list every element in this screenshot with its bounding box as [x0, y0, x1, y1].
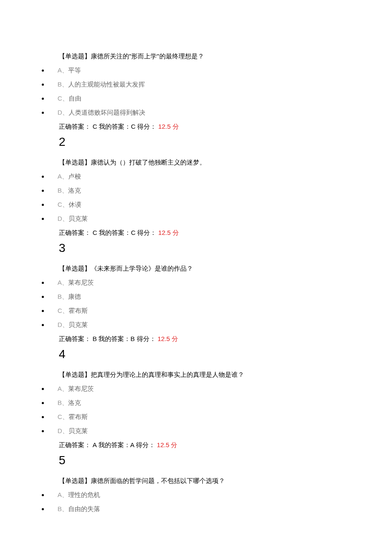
question-type-label: 【单选题】 — [59, 159, 91, 166]
question-text: 【单选题】康德认为（）打破了他独断主义的迷梦。 — [59, 157, 354, 168]
my-value: A — [130, 441, 136, 448]
option-text: 霍布斯 — [69, 413, 88, 421]
score-label: 得分： — [136, 441, 155, 448]
option-item: B、洛克 — [38, 187, 354, 195]
option-letter: B、 — [58, 505, 68, 513]
option-item: A、莱布尼茨 — [38, 279, 354, 287]
correct-label: 正确答案： — [59, 335, 91, 342]
score-unit: 分 — [173, 123, 179, 130]
option-item: D、贝克莱 — [38, 321, 354, 329]
option-letter: C、 — [58, 95, 69, 103]
score-unit: 分 — [171, 441, 177, 448]
correct-value: A — [91, 441, 98, 448]
score-value: 12.5 — [156, 229, 173, 236]
option-letter: A、 — [58, 279, 68, 287]
bullet-icon — [42, 494, 44, 496]
option-letter: B、 — [58, 293, 68, 301]
option-item: C、休谟 — [38, 201, 354, 209]
option-item: C、霍布斯 — [38, 307, 354, 315]
question-prompt: 康德所面临的哲学问题，不包括以下哪个选项？ — [91, 477, 225, 484]
bullet-icon — [42, 84, 44, 86]
option-text: 平等 — [68, 66, 81, 75]
option-letter: C、 — [58, 307, 69, 315]
bullet-icon — [42, 388, 44, 390]
option-item: B、洛克 — [38, 399, 354, 407]
score-value: 12.5 — [156, 123, 173, 130]
score-value: 12.5 — [155, 441, 171, 448]
correct-value: B — [91, 335, 98, 342]
option-item: C、自由 — [38, 95, 354, 103]
bullet-icon — [42, 112, 44, 114]
option-letter: B、 — [58, 399, 68, 407]
option-text: 洛克 — [68, 399, 81, 407]
correct-value: C — [91, 123, 99, 130]
answer-line: 正确答案： A 我的答案：A 得分： 12.5 分 — [59, 441, 354, 449]
option-text: 洛克 — [68, 187, 81, 195]
option-letter: A、 — [58, 385, 68, 393]
my-value: C — [131, 229, 137, 236]
question-text: 【单选题】康德所面临的哲学问题，不包括以下哪个选项？ — [59, 476, 354, 486]
correct-label: 正确答案： — [59, 441, 91, 448]
question-text: 【单选题】《未来形而上学导论》是谁的作品？ — [59, 263, 354, 274]
my-label: 我的答案： — [98, 441, 130, 448]
bullet-icon — [42, 430, 44, 432]
my-value: C — [131, 123, 137, 130]
bullet-icon — [42, 324, 44, 326]
bullet-icon — [42, 204, 44, 206]
bullet-icon — [42, 296, 44, 298]
option-text: 自由 — [69, 95, 81, 103]
question-number: 5 — [59, 454, 354, 467]
option-letter: B、 — [58, 81, 68, 89]
option-letter: A、 — [58, 491, 68, 499]
option-letter: C、 — [58, 201, 69, 209]
option-letter: D、 — [58, 427, 69, 435]
bullet-icon — [42, 402, 44, 404]
bullet-icon — [42, 190, 44, 192]
option-text: 休谟 — [69, 201, 81, 209]
bullet-icon — [42, 98, 44, 100]
option-letter: D、 — [58, 321, 69, 329]
bullet-icon — [42, 69, 44, 72]
score-label: 得分： — [137, 229, 156, 236]
option-text: 莱布尼茨 — [68, 279, 94, 287]
option-text: 贝克莱 — [69, 215, 88, 223]
question-text: 【单选题】康德所关注的"形而上学"的最终理想是？ — [59, 51, 354, 61]
quiz-document: 【单选题】康德所关注的"形而上学"的最终理想是？A、平等B、人的主观能动性被最大… — [38, 51, 354, 513]
option-item: D、贝克莱 — [38, 215, 354, 223]
question-prompt: 康德所关注的"形而上学"的最终理想是？ — [91, 52, 204, 60]
bullet-icon — [42, 282, 44, 284]
options-list: A、莱布尼茨B、康德C、霍布斯D、贝克莱 — [38, 279, 354, 329]
option-letter: A、 — [58, 66, 68, 75]
score-unit: 分 — [173, 229, 179, 236]
question-number: 2 — [59, 135, 354, 149]
answer-line: 正确答案： C 我的答案：C 得分： 12.5 分 — [59, 123, 354, 131]
option-item: A、卢梭 — [38, 173, 354, 181]
option-text: 莱布尼茨 — [68, 385, 94, 393]
question-prompt: 《未来形而上学导论》是谁的作品？ — [91, 265, 193, 272]
option-item: A、理性的危机 — [38, 491, 354, 499]
my-value: B — [130, 335, 136, 342]
option-text: 贝克莱 — [69, 321, 88, 329]
option-item: B、自由的失落 — [38, 505, 354, 513]
question-number: 3 — [59, 241, 354, 255]
score-value: 12.5 — [156, 335, 172, 342]
my-label: 我的答案： — [99, 229, 131, 236]
option-text: 卢梭 — [68, 173, 81, 181]
option-letter: A、 — [58, 173, 68, 181]
option-item: C、霍布斯 — [38, 413, 354, 421]
option-text: 人类道德败坏问题得到解决 — [69, 109, 145, 117]
option-text: 理性的危机 — [68, 491, 100, 499]
bullet-icon — [42, 176, 44, 178]
my-label: 我的答案： — [99, 123, 131, 130]
bullet-icon — [42, 416, 44, 418]
correct-value: C — [91, 229, 99, 236]
options-list: A、理性的危机B、自由的失落 — [38, 491, 354, 513]
option-text: 自由的失落 — [68, 505, 100, 513]
question-type-label: 【单选题】 — [59, 371, 91, 378]
option-letter: D、 — [58, 215, 69, 223]
question-type-label: 【单选题】 — [59, 265, 91, 272]
score-label: 得分： — [137, 335, 156, 342]
option-text: 霍布斯 — [69, 307, 88, 315]
answer-line: 正确答案： C 我的答案：C 得分： 12.5 分 — [59, 229, 354, 237]
options-list: A、平等B、人的主观能动性被最大发挥C、自由D、人类道德败坏问题得到解决 — [38, 66, 354, 117]
